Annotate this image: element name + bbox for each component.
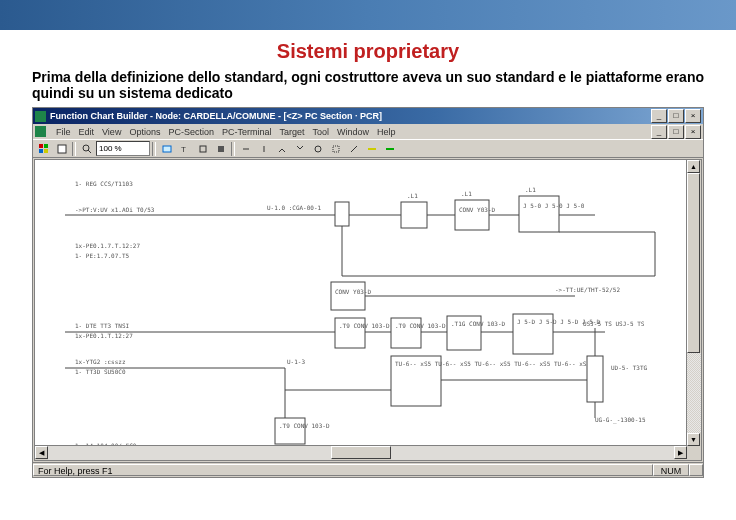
toolbar-separator <box>231 142 235 156</box>
status-bar: For Help, press F1 NUM <box>33 462 703 477</box>
tool-button-1[interactable] <box>158 141 175 157</box>
diagram-text: 1- TT3D SU50C0 <box>75 368 126 375</box>
diagram-text: .T1G CONV 103-D <box>451 320 506 327</box>
diagram-text: 1x-PE0.1.T.12:27 <box>75 332 133 339</box>
scroll-left-button[interactable]: ◀ <box>35 446 48 459</box>
window-titlebar: Function Chart Builder - Node: CARDELLA/… <box>33 108 703 124</box>
tool-button-6[interactable] <box>255 141 272 157</box>
tool-zoom-button[interactable] <box>78 141 95 157</box>
mdi-close-button[interactable]: × <box>685 125 701 139</box>
maximize-button[interactable]: □ <box>668 109 684 123</box>
scroll-down-button[interactable]: ▼ <box>687 433 700 446</box>
menu-tool[interactable]: Tool <box>312 127 329 137</box>
menu-edit[interactable]: Edit <box>79 127 95 137</box>
svg-text:T: T <box>181 145 186 154</box>
tool-button-11[interactable] <box>345 141 362 157</box>
menu-window[interactable]: Window <box>337 127 369 137</box>
tool-button-4[interactable] <box>212 141 229 157</box>
scroll-track[interactable] <box>687 353 701 433</box>
menu-view[interactable]: View <box>102 127 121 137</box>
scroll-corner <box>687 446 701 460</box>
svg-rect-14 <box>333 146 339 152</box>
svg-line-6 <box>88 150 91 153</box>
diagram-text: .T9 CONV 103-D <box>339 322 390 329</box>
svg-rect-20 <box>401 202 427 228</box>
mdi-minimize-button[interactable]: _ <box>651 125 667 139</box>
menu-pcsection[interactable]: PC-Section <box>168 127 214 137</box>
scroll-track[interactable] <box>48 446 331 460</box>
svg-rect-0 <box>39 144 43 148</box>
toolbar: 100 % T <box>33 139 703 158</box>
diagram-text: .T9 CONV 103-D <box>395 322 446 329</box>
diagram-text: USJ-5 TS USJ-5 TS <box>583 320 645 327</box>
diagram-text: ->PT:V:UV x1.AOi T0/53 <box>75 206 155 213</box>
svg-rect-2 <box>39 149 43 153</box>
diagram-text: 1- REG CCS/T1103 <box>75 180 133 187</box>
tool-button-13[interactable] <box>381 141 398 157</box>
window-title: Function Chart Builder - Node: CARDELLA/… <box>50 111 651 121</box>
svg-rect-4 <box>58 145 66 153</box>
status-resize-grip[interactable] <box>689 464 703 476</box>
status-help-text: For Help, press F1 <box>33 464 653 476</box>
scroll-up-button[interactable]: ▲ <box>687 160 700 173</box>
svg-rect-1 <box>44 144 48 148</box>
diagram-text: .L1 <box>407 192 418 199</box>
tool-button-10[interactable] <box>327 141 344 157</box>
svg-rect-47 <box>587 356 603 402</box>
tool-button-12[interactable] <box>363 141 380 157</box>
diagram-text: 1- DTE TT3 TNSI <box>75 322 130 329</box>
tool-button-7[interactable] <box>273 141 290 157</box>
diagram-text: UD-5- T3TG <box>611 364 648 371</box>
diagram-text: .L1 <box>461 190 472 197</box>
scroll-track[interactable] <box>391 446 674 460</box>
tool-palette-button[interactable] <box>35 141 52 157</box>
tool-button-3[interactable] <box>194 141 211 157</box>
svg-rect-16 <box>386 148 394 150</box>
tool-button-8[interactable] <box>291 141 308 157</box>
diagram-text: TU-6-- xS5 TU-6-- xS5 TU-6-- xS5 TU-6-- … <box>395 360 590 367</box>
toolbar-separator <box>72 142 76 156</box>
slide-heading: Sistemi proprietary <box>0 40 736 63</box>
menu-file[interactable]: File <box>56 127 71 137</box>
diagram-text: ->-TT:UE/THT-52/52 <box>555 286 620 293</box>
diagram-text: .T9 CONV 103-D <box>279 422 330 429</box>
diagram-text: U-1.0 :CGA-00-1 <box>267 204 322 211</box>
toolbar-separator <box>152 142 156 156</box>
diagram-text: CONV Y03-D <box>335 288 372 295</box>
vertical-scrollbar[interactable]: ▲ ▼ <box>686 160 701 446</box>
application-window: Function Chart Builder - Node: CARDELLA/… <box>32 107 704 478</box>
status-numlock: NUM <box>653 464 689 476</box>
menu-options[interactable]: Options <box>129 127 160 137</box>
svg-point-13 <box>315 146 321 152</box>
svg-rect-30 <box>331 282 365 310</box>
scroll-thumb[interactable] <box>687 173 700 353</box>
diagram-text: UG-G-_-1300-15 <box>595 416 646 424</box>
menu-help[interactable]: Help <box>377 127 396 137</box>
svg-rect-15 <box>368 148 376 150</box>
minimize-button[interactable]: _ <box>651 109 667 123</box>
diagram-svg: 1- REG CCS/T1103 ->PT:V:UV x1.AOi T0/53 … <box>35 160 695 460</box>
scroll-right-button[interactable]: ▶ <box>674 446 687 459</box>
diagram-text: 1x-PE0.1.7.T.12:27 <box>75 242 140 249</box>
scroll-thumb[interactable] <box>331 446 391 459</box>
menu-target[interactable]: Target <box>279 127 304 137</box>
zoom-field[interactable]: 100 % <box>96 141 150 156</box>
app-icon <box>35 111 46 122</box>
tool-button-9[interactable] <box>309 141 326 157</box>
tool-preview-button[interactable] <box>53 141 70 157</box>
diagram-text: U-1-3 <box>287 358 305 365</box>
diagram-text: CONV Y03-D <box>459 206 496 213</box>
close-button[interactable]: × <box>685 109 701 123</box>
horizontal-scrollbar[interactable]: ◀ ▶ <box>35 445 687 460</box>
slide-body-text: Prima della definizione dello standard, … <box>0 69 736 107</box>
svg-rect-22 <box>455 200 489 230</box>
mdi-maximize-button[interactable]: □ <box>668 125 684 139</box>
tool-button-2[interactable]: T <box>176 141 193 157</box>
svg-rect-7 <box>163 146 171 152</box>
tool-button-5[interactable] <box>237 141 254 157</box>
diagram-text: J 5-0 J 5-0 J 5-0 <box>523 202 585 209</box>
menu-pcterminal[interactable]: PC-Terminal <box>222 127 272 137</box>
svg-rect-18 <box>335 202 349 226</box>
diagram-text: .L1 <box>525 186 536 193</box>
diagram-canvas[interactable]: 1- REG CCS/T1103 ->PT:V:UV x1.AOi T0/53 … <box>34 159 702 461</box>
